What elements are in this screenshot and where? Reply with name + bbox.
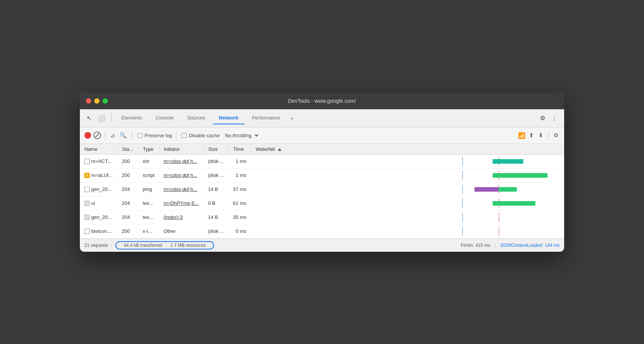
cell-initiator[interactable]: m=cdos,dpf,h... (159, 154, 204, 168)
tab-console[interactable]: Console (149, 112, 180, 124)
col-header-waterfall[interactable]: Waterfall (251, 144, 564, 155)
nt-right-icons: 📶 ⬆ ⬇ ⚙ (518, 131, 560, 140)
cell-time: 1 ms (229, 168, 251, 182)
cell-size: (disk ... (204, 224, 229, 238)
sort-asc-icon (278, 148, 282, 151)
clear-button[interactable] (93, 132, 101, 139)
cell-time: 35 ms (229, 210, 251, 224)
cell-name: ui (80, 196, 117, 210)
transferred-label: 44.4 kB transferred (120, 243, 166, 248)
cell-name: favicon.... (80, 224, 117, 238)
title-bar: DevTools - www.google.com/ (80, 93, 564, 109)
cell-name: rs=ACT... (80, 154, 117, 168)
cell-initiator[interactable]: Other (159, 224, 204, 238)
network-toolbar: ⊿ 🔍 Preserve log Disable cache No thrott… (80, 127, 564, 144)
cell-initiator[interactable]: m=cdos,dpf,h... (159, 168, 204, 182)
cell-size: 14 B (204, 182, 229, 196)
tab-sources[interactable]: Sources (181, 112, 212, 124)
table-row[interactable]: gen_20... 204 ping m=cdos,dpf,h... 14 B … (80, 182, 564, 196)
filter-icon[interactable]: ⊿ (109, 131, 116, 140)
devtools-more-button[interactable]: ⋮ (549, 113, 560, 123)
dom-content-loaded-label: DOMContentLoaded: 144 ms (501, 243, 560, 248)
table-row[interactable]: ⚙m=aLUf... 200 script m=cdos,dpf,h... (d… (80, 168, 564, 182)
finish-label: Finish: 415 ms (461, 243, 490, 248)
cell-name: gen_20... (80, 182, 117, 196)
col-header-name[interactable]: Name (80, 144, 117, 155)
status-bar: 21 requests | 44.4 kB transferred 1.7 MB… (80, 239, 564, 252)
main-toolbar: ↖ ⬜ Elements Console Sources Network Per… (80, 109, 564, 127)
devtools-window: DevTools - www.google.com/ ↖ ⬜ Elements … (80, 93, 564, 252)
cell-name: ⚙m=aLUf... (80, 168, 117, 182)
cell-status: 200 (117, 154, 138, 168)
cell-waterfall (251, 224, 564, 238)
download-icon[interactable]: ⬇ (537, 131, 544, 140)
col-header-time[interactable]: Time (229, 144, 251, 155)
tab-performance[interactable]: Performance (246, 112, 286, 124)
cell-type: tex... (138, 196, 159, 210)
network-table: Name Sta... Type Initiator Size (80, 144, 564, 239)
table-header-row: Name Sta... Type Initiator Size (80, 144, 564, 155)
cell-size: 14 B (204, 210, 229, 224)
table-row[interactable]: rs=ACT... 200 xhr m=cdos,dpf,h... (disk … (80, 154, 564, 168)
cell-time: 61 ms (229, 196, 251, 210)
col-header-initiator[interactable]: Initiator (159, 144, 204, 155)
col-header-type[interactable]: Type (138, 144, 159, 155)
col-header-size[interactable]: Size (204, 144, 229, 155)
cell-time: 37 ms (229, 182, 251, 196)
nt-divider-1 (105, 131, 105, 140)
upload-icon[interactable]: ⬆ (528, 131, 535, 140)
record-button[interactable] (84, 132, 91, 139)
transfer-highlight: 44.4 kB transferred 1.7 MB resources (115, 241, 214, 249)
tab-more-button[interactable]: » (288, 112, 296, 124)
preserve-log-label[interactable]: Preserve log (137, 133, 172, 138)
cell-type: x-i... (138, 224, 159, 238)
table-row[interactable]: gen_20... 204 tex... (index):3 14 B 35 m… (80, 210, 564, 224)
cell-waterfall (251, 210, 564, 224)
maximize-button[interactable] (103, 98, 108, 104)
devtools-settings-button[interactable]: ⚙ (538, 113, 548, 123)
nt-divider-2 (132, 131, 132, 140)
cell-waterfall (251, 196, 564, 210)
toolbar-divider-1 (111, 113, 112, 123)
cell-type: tex... (138, 210, 159, 224)
cell-status: 200 (117, 224, 138, 238)
tab-elements[interactable]: Elements (115, 112, 148, 124)
network-settings-icon[interactable]: ⚙ (552, 131, 560, 140)
resources-label: 1.7 MB resources (166, 243, 210, 248)
cell-waterfall (251, 182, 564, 196)
cell-status: 200 (117, 168, 138, 182)
cell-time: 0 ms (229, 224, 251, 238)
tab-network[interactable]: Network (213, 112, 244, 124)
device-tool-button[interactable]: ⬜ (95, 113, 107, 123)
wifi-icon: 📶 (518, 132, 526, 139)
cell-waterfall (251, 168, 564, 182)
search-icon[interactable]: 🔍 (118, 131, 128, 140)
cell-type: ping (138, 182, 159, 196)
cell-name: gen_20... (80, 210, 117, 224)
minimize-button[interactable] (94, 98, 100, 104)
cell-size: (disk ... (204, 168, 229, 182)
table-row[interactable]: ui 204 tex... m=DhPYme,E... 0 B 61 ms (80, 196, 564, 210)
close-button[interactable] (86, 98, 91, 104)
preserve-log-checkbox[interactable] (137, 133, 142, 138)
cell-type: xhr (138, 154, 159, 168)
cell-time: 1 ms (229, 154, 251, 168)
cell-initiator[interactable]: m=cdos,dpf,h... (159, 182, 204, 196)
cell-status: 204 (117, 196, 138, 210)
cell-type: script (138, 168, 159, 182)
window-title: DevTools - www.google.com/ (288, 98, 356, 104)
table-row[interactable]: favicon.... 200 x-i... Other (disk ... 0… (80, 224, 564, 238)
traffic-lights (86, 98, 108, 104)
throttle-select[interactable]: No throttling (222, 132, 260, 139)
disable-cache-checkbox[interactable] (182, 133, 187, 138)
requests-count: 21 requests (84, 243, 108, 248)
disable-cache-label[interactable]: Disable cache (182, 133, 220, 138)
nt-divider-3 (176, 131, 176, 140)
cursor-tool-button[interactable]: ↖ (84, 113, 94, 123)
col-header-status[interactable]: Sta... (117, 144, 138, 155)
cell-initiator[interactable]: (index):3 (159, 210, 204, 224)
cell-status: 204 (117, 210, 138, 224)
cell-status: 204 (117, 182, 138, 196)
cell-initiator[interactable]: m=DhPYme,E... (159, 196, 204, 210)
cell-waterfall (251, 154, 564, 168)
